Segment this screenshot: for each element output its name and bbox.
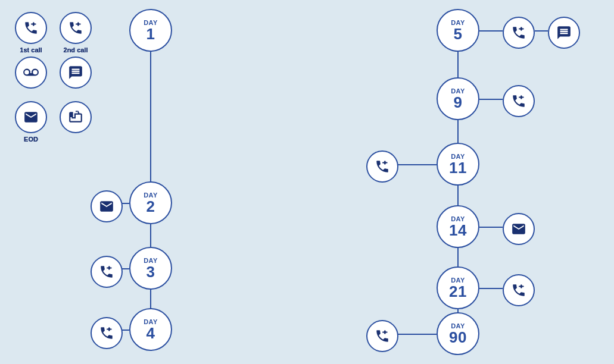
legend-2nd-call <box>60 12 92 44</box>
line-day5-phone <box>479 30 503 32</box>
line-day5-day9 <box>457 52 459 79</box>
activity-day5-msg <box>548 17 580 49</box>
day-4-number: 4 <box>147 325 155 341</box>
activity-day5-phone <box>503 17 535 49</box>
activity-day9-phone <box>503 85 535 117</box>
line-day14-email <box>479 227 503 228</box>
activity-day90-phone <box>366 320 398 352</box>
day-5-node: DAY 5 <box>437 9 479 52</box>
legend-email <box>15 101 47 133</box>
legend-voicemail <box>15 57 47 89</box>
line-day9-day11 <box>457 120 459 144</box>
activity-day11-phone <box>366 150 398 183</box>
legend-message <box>60 57 92 89</box>
line-day1-day2 <box>150 52 151 183</box>
day-14-node: DAY 14 <box>437 205 479 248</box>
line-day5-msg <box>535 30 548 32</box>
legend-eod-text: EOD <box>15 136 47 143</box>
day-21-node: DAY 21 <box>437 266 479 309</box>
day-9-number: 9 <box>454 95 463 110</box>
day-1-number: 1 <box>147 26 155 42</box>
legend-2nd-call-text: 2nd call <box>60 46 92 54</box>
line-day2-day3 <box>150 224 151 248</box>
day-1-node: DAY 1 <box>129 9 172 52</box>
activity-day2-email <box>91 190 123 222</box>
day-2-node: DAY 2 <box>129 181 172 224</box>
day-4-node: DAY 4 <box>129 308 172 351</box>
legend-1st-call <box>15 12 47 44</box>
day-5-number: 5 <box>454 26 463 42</box>
day-2-number: 2 <box>147 199 155 214</box>
day-11-number: 11 <box>449 160 467 175</box>
line-day21-phone <box>479 288 503 289</box>
day-21-number: 21 <box>449 284 467 299</box>
line-day14-day21 <box>457 248 459 268</box>
legend-1st-call-text: 1st call <box>15 46 47 54</box>
line-day11-day14 <box>457 186 459 206</box>
day-90-number: 90 <box>449 330 467 345</box>
line-day9-phone <box>479 99 503 100</box>
legend-mailbox <box>60 101 92 133</box>
day-90-node: DAY 90 <box>437 312 479 355</box>
activity-day3-phone <box>91 256 123 288</box>
workflow-canvas: 1st call 2nd call EOD DAY 1 DAY 2 DAY <box>0 0 614 364</box>
day-11-node: DAY 11 <box>437 143 479 186</box>
day-14-number: 14 <box>449 222 467 238</box>
day-3-number: 3 <box>147 264 155 280</box>
day-9-node: DAY 9 <box>437 77 479 120</box>
line-day3-day4 <box>150 290 151 309</box>
activity-day14-email <box>503 213 535 245</box>
activity-day4-phone <box>91 317 123 349</box>
activity-day21-phone <box>503 274 535 306</box>
day-3-node: DAY 3 <box>129 247 172 290</box>
